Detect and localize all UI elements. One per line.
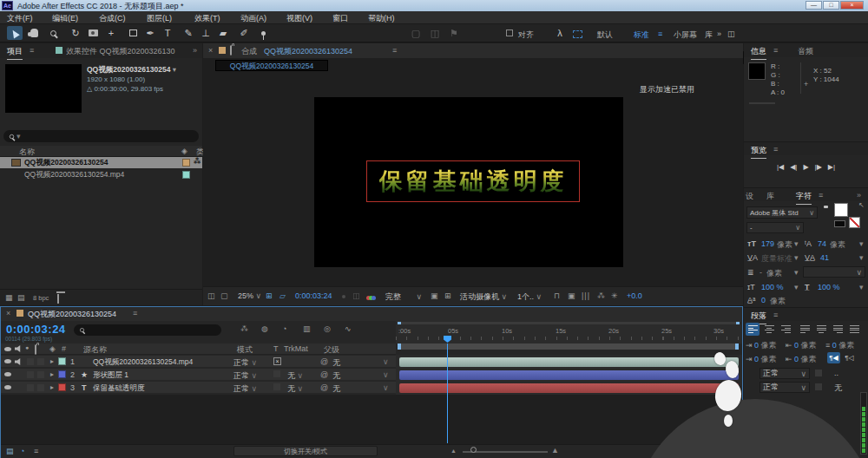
space-before-field[interactable]: ⇥ 0 像素	[746, 354, 777, 365]
label-swatch-comp[interactable]	[182, 159, 190, 167]
menu-edit[interactable]: 编辑(E)	[52, 13, 78, 24]
layer2-duration-bar[interactable]	[399, 370, 739, 380]
close-button[interactable]: ×	[840, 1, 864, 10]
vertical-scale-dropdown-icon[interactable]: ▾	[794, 283, 799, 291]
vertical-scale-value[interactable]: 100 %	[761, 283, 784, 291]
workspace-default[interactable]: 默认	[597, 29, 613, 41]
tab-character[interactable]: 字符	[796, 191, 812, 205]
canvas-title-text[interactable]: 保留基础透明度	[379, 166, 568, 197]
align-checkbox[interactable]	[506, 29, 513, 38]
work-area-bar[interactable]	[398, 344, 739, 350]
layer1-name[interactable]: QQ视频20200326130254.mp4	[93, 357, 193, 368]
layer2-eye-icon[interactable]	[4, 372, 11, 376]
rectangle-tool-icon[interactable]	[125, 26, 141, 40]
layer3-expand-icon[interactable]: ▸	[50, 383, 54, 391]
leading-value[interactable]: 74	[818, 239, 826, 248]
timeline-tab-close-icon[interactable]: ×	[6, 309, 10, 317]
parent-column[interactable]: 父级	[324, 344, 339, 356]
align-right-button[interactable]	[779, 323, 792, 336]
next-frame-icon[interactable]: |▶	[815, 163, 822, 171]
layer2-mode-select[interactable]: 正常 ∨	[233, 370, 257, 382]
timeline-panel-menu-icon[interactable]: ≡	[133, 309, 137, 317]
playhead-handle[interactable]	[444, 336, 451, 343]
bit-depth-button[interactable]: 8 bpc	[33, 294, 49, 302]
layer3-parent-select[interactable]: 无	[332, 383, 340, 395]
title-bar[interactable]: Ae Adobe After Effects CC 2018 - 无标题项目.a…	[0, 0, 868, 11]
pan-behind-tool-icon[interactable]: +	[103, 26, 119, 40]
layer1-mode-select[interactable]: 正常 ∨	[233, 357, 257, 369]
expand-layer-switches-icon[interactable]: ▤	[6, 447, 14, 455]
lambda-axis-icon[interactable]: λ	[552, 26, 568, 40]
zoom-tool-icon[interactable]	[45, 26, 61, 40]
brush-tool-icon[interactable]: ✎	[181, 26, 196, 40]
project-tabs-overflow-icon[interactable]: »	[193, 46, 197, 55]
direction-rtl-button[interactable]: ¶◁	[843, 352, 856, 363]
fast-previews-icon[interactable]: ▣	[568, 291, 575, 300]
transparency-grid-icon[interactable]: ⊞	[444, 291, 451, 300]
justify-all-button[interactable]	[847, 323, 861, 336]
layer2-switch-cell2[interactable]	[37, 371, 44, 378]
roi-icon[interactable]: ▣	[431, 291, 438, 300]
project-panel-menu-icon[interactable]: ≡	[30, 46, 34, 55]
mode-column[interactable]: 模式	[237, 344, 253, 356]
motion-blur-icon[interactable]: ◎	[324, 324, 331, 333]
info-panel-menu-icon[interactable]: ≡	[773, 46, 778, 55]
trkmat-column[interactable]: TrkMat	[284, 344, 308, 353]
layer-row-2[interactable]: ▸ 2 ★ 形状图层 1 正常 ∨ 无 ∨ @ 无 ∨	[1, 369, 396, 381]
viewer-panel-menu-icon[interactable]: ≡	[392, 46, 397, 55]
toggle-switches-modes-button[interactable]: 切换开关/模式	[233, 446, 378, 456]
tracking-dropdown-icon[interactable]: ▾	[859, 253, 864, 262]
tab-presets-stub[interactable]: 设	[746, 191, 753, 202]
lock-column-icon[interactable]	[35, 344, 36, 355]
comp-mini-flowchart-icon[interactable]: ⁂	[240, 324, 248, 333]
layer3-trkmat-select[interactable]: 无 ∨	[287, 383, 303, 395]
t-column[interactable]: T	[273, 344, 279, 353]
zoom-out-mountain-icon[interactable]: ▲	[450, 448, 457, 454]
graph-editor-icon[interactable]: ∿	[345, 324, 352, 333]
channels-icon[interactable]	[366, 293, 376, 302]
tab-project[interactable]: 项目	[7, 46, 23, 60]
histogram-icon[interactable]: |||	[582, 291, 590, 300]
justify-last-center-button[interactable]	[814, 323, 828, 336]
preview-panel-menu-icon[interactable]: ≡	[773, 145, 778, 154]
workspace-standard-menu-icon[interactable]: ≡	[658, 29, 662, 38]
indent-left-field[interactable]: ⇥ 0 像素	[746, 340, 777, 351]
project-item-name[interactable]: QQ视频20200326130254 ▾	[87, 65, 176, 75]
horizontal-scale-dropdown-icon[interactable]: ▾	[859, 283, 864, 291]
layer2-expand-icon[interactable]: ▸	[50, 370, 54, 378]
text-layer-selection-box[interactable]: 保留基础透明度	[366, 160, 580, 202]
font-family-select[interactable]: Adobe 黑体 Std∨	[746, 206, 818, 219]
menu-layer[interactable]: 图层(L)	[147, 13, 172, 24]
hand-tool-icon[interactable]	[26, 26, 42, 40]
trash-icon[interactable]	[57, 294, 59, 304]
layer3-label-swatch[interactable]	[58, 383, 66, 391]
layer3-duration-bar[interactable]	[399, 383, 739, 393]
overlay-mode-row-1[interactable]: 正常∨ ..	[760, 368, 865, 380]
menu-help[interactable]: 帮助(H)	[368, 13, 395, 24]
viewer-canvas-area[interactable]: 显示加速已禁用 保留基础透明度	[203, 72, 743, 286]
view-layout-select[interactable]: 1个.. ∨	[517, 291, 542, 303]
layer3-mode-select[interactable]: 正常 ∨	[233, 383, 257, 395]
menu-composition[interactable]: 合成(C)	[99, 13, 126, 24]
layer3-pickwhip-icon[interactable]: @	[320, 383, 328, 392]
swap-colors-icon[interactable]: ↖	[858, 201, 865, 209]
layer3-parent-dropdown-icon[interactable]: ∨	[383, 383, 389, 392]
viewer-comp-name[interactable]: QQ视频20200326130254	[264, 46, 352, 57]
draft-3d-icon[interactable]: ◍	[261, 324, 268, 333]
timeline-search-box[interactable]	[74, 324, 221, 336]
video-column-icon[interactable]	[4, 347, 11, 351]
expand-inout-icon[interactable]: ≡	[34, 447, 38, 455]
character-panel-menu-icon[interactable]: ≡	[819, 191, 823, 200]
timeline-tab-name[interactable]: QQ视频20200326130254	[28, 309, 116, 320]
project-row-footage-name[interactable]: QQ视频20200326130254.mp4	[24, 170, 124, 180]
project-search-box[interactable]: ▾	[3, 130, 199, 142]
layer1-eye-icon[interactable]	[4, 359, 11, 363]
stroke-width-dropdown-icon[interactable]: ▾	[794, 268, 799, 277]
layer1-audio-icon[interactable]	[15, 358, 22, 365]
stroke-color-swatch[interactable]	[849, 217, 860, 228]
layer1-duration-bar[interactable]	[399, 357, 739, 367]
viewer-tab-close-icon[interactable]: ×	[208, 46, 213, 55]
workspace-standard[interactable]: 标准	[634, 29, 649, 41]
resolution-select[interactable]: 完整 ∨	[385, 291, 422, 303]
play-icon[interactable]: ▶	[803, 163, 808, 171]
